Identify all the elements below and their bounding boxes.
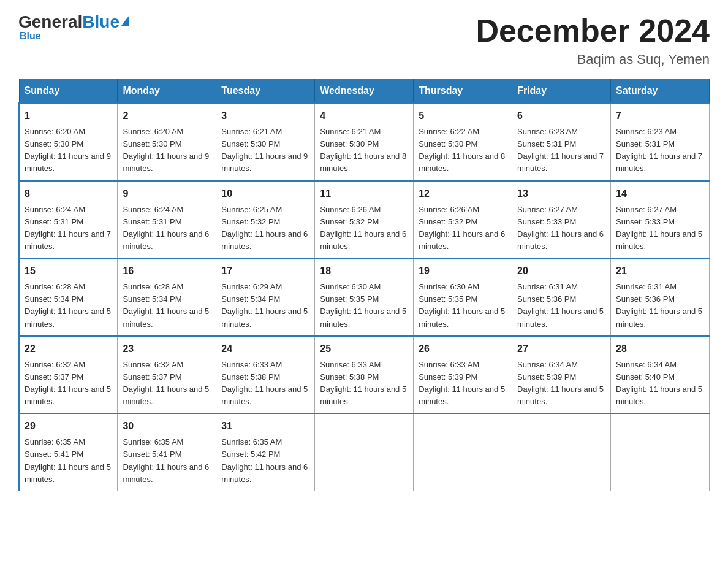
- table-row: 31Sunrise: 6:35 AMSunset: 5:42 PMDayligh…: [216, 413, 315, 491]
- col-sunday: Sunday: [19, 79, 118, 104]
- day-info: Sunrise: 6:35 AMSunset: 5:41 PMDaylight:…: [25, 437, 111, 483]
- col-thursday: Thursday: [414, 79, 512, 104]
- day-info: Sunrise: 6:23 AMSunset: 5:31 PMDaylight:…: [616, 127, 702, 173]
- day-number: 6: [517, 109, 605, 123]
- day-number: 14: [616, 186, 704, 201]
- day-number: 15: [25, 264, 112, 278]
- day-info: Sunrise: 6:21 AMSunset: 5:30 PMDaylight:…: [320, 127, 406, 173]
- day-info: Sunrise: 6:34 AMSunset: 5:40 PMDaylight:…: [616, 360, 702, 406]
- table-row: 2Sunrise: 6:20 AMSunset: 5:30 PMDaylight…: [118, 103, 216, 181]
- col-saturday: Saturday: [611, 79, 710, 104]
- table-row: 8Sunrise: 6:24 AMSunset: 5:31 PMDaylight…: [19, 181, 118, 259]
- table-row: 28Sunrise: 6:34 AMSunset: 5:40 PMDayligh…: [611, 336, 710, 414]
- day-number: 17: [221, 264, 309, 278]
- logo-blue-text: Blue: [82, 12, 119, 32]
- calendar-week-row: 22Sunrise: 6:32 AMSunset: 5:37 PMDayligh…: [19, 336, 710, 414]
- day-number: 27: [517, 342, 605, 356]
- day-info: Sunrise: 6:29 AMSunset: 5:34 PMDaylight:…: [221, 282, 308, 328]
- table-row: 1Sunrise: 6:20 AMSunset: 5:30 PMDaylight…: [19, 103, 118, 181]
- table-row: 15Sunrise: 6:28 AMSunset: 5:34 PMDayligh…: [19, 258, 118, 336]
- table-row: 3Sunrise: 6:21 AMSunset: 5:30 PMDaylight…: [216, 103, 315, 181]
- calendar-table: Sunday Monday Tuesday Wednesday Thursday…: [18, 79, 710, 491]
- day-info: Sunrise: 6:20 AMSunset: 5:30 PMDaylight:…: [123, 127, 209, 173]
- day-info: Sunrise: 6:32 AMSunset: 5:37 PMDaylight:…: [123, 360, 209, 406]
- day-info: Sunrise: 6:35 AMSunset: 5:42 PMDaylight:…: [221, 437, 308, 483]
- table-row: 19Sunrise: 6:30 AMSunset: 5:35 PMDayligh…: [414, 258, 512, 336]
- table-row: 22Sunrise: 6:32 AMSunset: 5:37 PMDayligh…: [19, 336, 118, 414]
- day-info: Sunrise: 6:28 AMSunset: 5:34 PMDaylight:…: [123, 282, 209, 328]
- day-info: Sunrise: 6:26 AMSunset: 5:32 PMDaylight:…: [419, 205, 505, 251]
- calendar-week-row: 29Sunrise: 6:35 AMSunset: 5:41 PMDayligh…: [19, 413, 710, 491]
- table-row: 29Sunrise: 6:35 AMSunset: 5:41 PMDayligh…: [19, 413, 118, 491]
- day-info: Sunrise: 6:31 AMSunset: 5:36 PMDaylight:…: [517, 282, 604, 328]
- location-subtitle: Baqim as Suq, Yemen: [476, 52, 710, 67]
- day-info: Sunrise: 6:23 AMSunset: 5:31 PMDaylight:…: [517, 127, 604, 173]
- day-number: 31: [221, 419, 309, 434]
- day-info: Sunrise: 6:35 AMSunset: 5:41 PMDaylight:…: [123, 437, 209, 483]
- day-number: 16: [123, 264, 211, 278]
- day-info: Sunrise: 6:33 AMSunset: 5:39 PMDaylight:…: [419, 360, 505, 406]
- table-row: 12Sunrise: 6:26 AMSunset: 5:32 PMDayligh…: [414, 181, 512, 259]
- day-number: 1: [25, 109, 112, 123]
- table-row: 30Sunrise: 6:35 AMSunset: 5:41 PMDayligh…: [118, 413, 216, 491]
- table-row: 6Sunrise: 6:23 AMSunset: 5:31 PMDaylight…: [512, 103, 611, 181]
- table-row: 21Sunrise: 6:31 AMSunset: 5:36 PMDayligh…: [611, 258, 710, 336]
- day-info: Sunrise: 6:30 AMSunset: 5:35 PMDaylight:…: [419, 282, 505, 328]
- day-number: 22: [25, 342, 112, 356]
- day-number: 21: [616, 264, 704, 278]
- logo-general-text: General: [18, 12, 82, 32]
- table-row: [315, 413, 414, 491]
- day-info: Sunrise: 6:24 AMSunset: 5:31 PMDaylight:…: [25, 205, 111, 251]
- col-monday: Monday: [118, 79, 216, 104]
- table-row: [414, 413, 512, 491]
- day-number: 19: [419, 264, 507, 278]
- day-number: 10: [221, 186, 309, 201]
- day-number: 26: [419, 342, 507, 356]
- day-number: 7: [616, 109, 704, 123]
- table-row: 10Sunrise: 6:25 AMSunset: 5:32 PMDayligh…: [216, 181, 315, 259]
- day-info: Sunrise: 6:33 AMSunset: 5:38 PMDaylight:…: [221, 360, 308, 406]
- table-row: 18Sunrise: 6:30 AMSunset: 5:35 PMDayligh…: [315, 258, 414, 336]
- day-info: Sunrise: 6:32 AMSunset: 5:37 PMDaylight:…: [25, 360, 111, 406]
- main-title: December 2024: [476, 12, 710, 49]
- day-number: 20: [517, 264, 605, 278]
- table-row: 16Sunrise: 6:28 AMSunset: 5:34 PMDayligh…: [118, 258, 216, 336]
- day-number: 29: [25, 419, 112, 434]
- table-row: 20Sunrise: 6:31 AMSunset: 5:36 PMDayligh…: [512, 258, 611, 336]
- day-number: 24: [221, 342, 309, 356]
- table-row: 27Sunrise: 6:34 AMSunset: 5:39 PMDayligh…: [512, 336, 611, 414]
- table-row: 5Sunrise: 6:22 AMSunset: 5:30 PMDaylight…: [414, 103, 512, 181]
- day-number: 5: [419, 109, 507, 123]
- table-row: 24Sunrise: 6:33 AMSunset: 5:38 PMDayligh…: [216, 336, 315, 414]
- logo-blue-part: Blue: [82, 12, 129, 32]
- table-row: 23Sunrise: 6:32 AMSunset: 5:37 PMDayligh…: [118, 336, 216, 414]
- day-number: 25: [320, 342, 408, 356]
- calendar-header-row: Sunday Monday Tuesday Wednesday Thursday…: [19, 79, 710, 104]
- day-number: 3: [221, 109, 309, 123]
- logo-subtitle: Blue: [20, 31, 41, 42]
- col-wednesday: Wednesday: [315, 79, 414, 104]
- day-info: Sunrise: 6:33 AMSunset: 5:38 PMDaylight:…: [320, 360, 406, 406]
- table-row: 17Sunrise: 6:29 AMSunset: 5:34 PMDayligh…: [216, 258, 315, 336]
- day-number: 2: [123, 109, 211, 123]
- table-row: 7Sunrise: 6:23 AMSunset: 5:31 PMDaylight…: [611, 103, 710, 181]
- day-info: Sunrise: 6:24 AMSunset: 5:31 PMDaylight:…: [123, 205, 209, 251]
- day-number: 4: [320, 109, 408, 123]
- day-info: Sunrise: 6:34 AMSunset: 5:39 PMDaylight:…: [517, 360, 604, 406]
- day-info: Sunrise: 6:22 AMSunset: 5:30 PMDaylight:…: [419, 127, 505, 173]
- logo-triangle-icon: [121, 15, 129, 26]
- title-area: December 2024 Baqim as Suq, Yemen: [476, 12, 710, 67]
- calendar-week-row: 1Sunrise: 6:20 AMSunset: 5:30 PMDaylight…: [19, 103, 710, 181]
- day-number: 12: [419, 186, 507, 201]
- day-number: 11: [320, 186, 408, 201]
- day-info: Sunrise: 6:27 AMSunset: 5:33 PMDaylight:…: [517, 205, 604, 251]
- day-info: Sunrise: 6:27 AMSunset: 5:33 PMDaylight:…: [616, 205, 702, 251]
- calendar-week-row: 8Sunrise: 6:24 AMSunset: 5:31 PMDaylight…: [19, 181, 710, 259]
- day-number: 18: [320, 264, 408, 278]
- table-row: 25Sunrise: 6:33 AMSunset: 5:38 PMDayligh…: [315, 336, 414, 414]
- day-info: Sunrise: 6:30 AMSunset: 5:35 PMDaylight:…: [320, 282, 406, 328]
- day-info: Sunrise: 6:21 AMSunset: 5:30 PMDaylight:…: [221, 127, 308, 173]
- day-info: Sunrise: 6:31 AMSunset: 5:36 PMDaylight:…: [616, 282, 702, 328]
- table-row: 9Sunrise: 6:24 AMSunset: 5:31 PMDaylight…: [118, 181, 216, 259]
- day-number: 13: [517, 186, 605, 201]
